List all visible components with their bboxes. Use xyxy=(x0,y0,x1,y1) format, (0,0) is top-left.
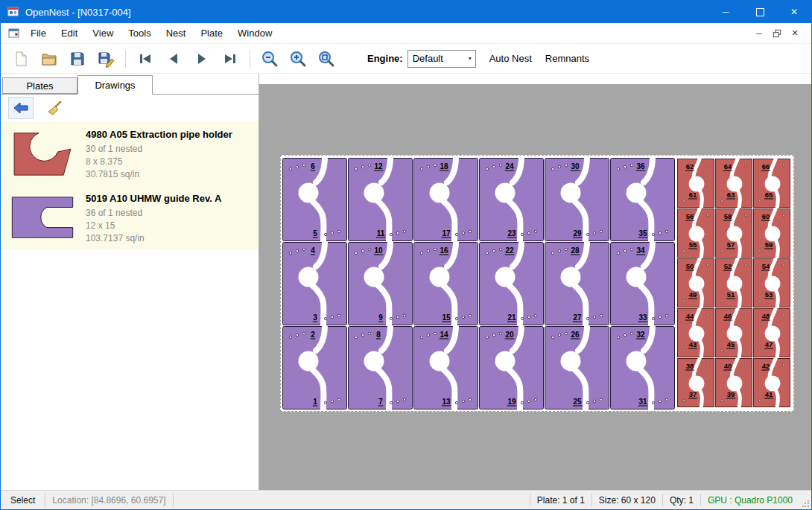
svg-text:15: 15 xyxy=(442,313,451,322)
red-part-pair[interactable]: 5857 xyxy=(715,208,752,258)
purple-part-pair[interactable]: 1817 xyxy=(413,158,478,241)
red-part-pair[interactable]: 6059 xyxy=(753,208,790,258)
purple-part-pair[interactable]: 109 xyxy=(348,242,413,325)
purple-part-pair[interactable]: 2221 xyxy=(479,242,544,325)
mdi-restore-button[interactable] xyxy=(768,26,786,41)
menu-nest[interactable]: Nest xyxy=(159,23,194,43)
new-button[interactable] xyxy=(10,48,32,70)
document-window-icon[interactable] xyxy=(8,28,20,39)
purple-part-thumbnail-icon xyxy=(9,194,76,240)
canvas-top-margin xyxy=(259,74,811,84)
clear-drawings-button[interactable] xyxy=(42,97,68,119)
zoom-fit-button[interactable] xyxy=(315,48,337,70)
purple-part-pair[interactable]: 65 xyxy=(282,158,347,241)
save-button[interactable] xyxy=(66,48,89,70)
purple-part-pair[interactable]: 3231 xyxy=(610,326,675,409)
purple-part-pair[interactable]: 3635 xyxy=(610,158,675,241)
save-as-button[interactable] xyxy=(95,48,117,70)
svg-text:8: 8 xyxy=(376,331,381,339)
mdi-minimize-button[interactable]: ─ xyxy=(750,26,768,41)
purple-part-pair[interactable]: 1413 xyxy=(413,326,478,409)
red-part-pair[interactable]: 4443 xyxy=(677,308,714,357)
drawing-meta: 4980 A05 Extraction pipe holder 30 of 1 … xyxy=(80,124,254,182)
purple-part-pair[interactable]: 1211 xyxy=(348,158,413,241)
window-title: OpenNest - [N0317-004] xyxy=(25,7,131,18)
import-drawing-button[interactable] xyxy=(8,97,34,119)
tab-plates[interactable]: Plates xyxy=(2,77,77,94)
svg-text:16: 16 xyxy=(440,246,448,255)
svg-text:38: 38 xyxy=(686,362,694,370)
purple-part-pair[interactable]: 2019 xyxy=(479,326,544,409)
resize-grip[interactable] xyxy=(799,491,811,509)
menu-window[interactable]: Window xyxy=(230,23,279,43)
svg-text:55: 55 xyxy=(689,240,697,249)
red-part-pair[interactable]: 5655 xyxy=(677,208,714,258)
menu-tools[interactable]: Tools xyxy=(121,23,158,43)
app-window: OpenNest - [N0317-004] ─ ✕ File Edit Vie… xyxy=(0,0,812,510)
purple-part-pair[interactable]: 21 xyxy=(282,326,347,409)
red-part-pair[interactable]: 6261 xyxy=(677,159,714,208)
svg-text:30: 30 xyxy=(571,162,580,170)
mdi-minimize-icon: ─ xyxy=(756,29,762,38)
purple-part-pair[interactable]: 3029 xyxy=(545,158,609,241)
close-button[interactable]: ✕ xyxy=(777,1,811,23)
red-part-pair[interactable]: 5049 xyxy=(677,258,714,307)
svg-text:46: 46 xyxy=(724,312,732,320)
purple-part-pair[interactable]: 3433 xyxy=(610,242,675,325)
red-part-thumbnail-icon xyxy=(10,127,75,179)
first-plate-button[interactable] xyxy=(134,48,156,70)
svg-text:35: 35 xyxy=(638,229,647,238)
menu-edit[interactable]: Edit xyxy=(54,23,85,43)
status-mode: Select xyxy=(1,495,45,506)
resize-grip-icon xyxy=(802,500,810,508)
zoom-in-button[interactable] xyxy=(287,48,309,70)
svg-text:34: 34 xyxy=(636,246,645,255)
drawing-area: 103.7137 sq/in xyxy=(86,232,254,245)
engine-dropdown[interactable]: Default ▾ xyxy=(407,50,476,68)
auto-nest-button[interactable]: Auto Nest xyxy=(489,53,532,64)
menu-view[interactable]: View xyxy=(85,23,121,43)
purple-part-pair[interactable]: 2625 xyxy=(545,326,609,409)
purple-part-pair[interactable]: 2423 xyxy=(479,158,544,241)
purple-part-pair[interactable]: 43 xyxy=(282,242,347,325)
new-file-icon xyxy=(12,50,30,68)
svg-text:11: 11 xyxy=(377,229,385,238)
red-part-pair[interactable]: 5453 xyxy=(753,258,790,307)
drawing-item-uhmw-guide[interactable]: 5019 A10 UHMW guide Rev. A 36 of 1 neste… xyxy=(1,185,258,249)
drawing-thumbnail xyxy=(5,124,80,182)
menu-file[interactable]: File xyxy=(23,23,54,43)
drawing-item-extraction-pipe-holder[interactable]: 4980 A05 Extraction pipe holder 30 of 1 … xyxy=(1,121,258,185)
next-plate-button[interactable] xyxy=(191,48,213,70)
red-part-pair[interactable]: 4241 xyxy=(753,358,790,407)
purple-part-pair[interactable]: 2827 xyxy=(545,242,609,325)
tab-drawings[interactable]: Drawings xyxy=(77,75,153,95)
red-part-pair[interactable]: 3837 xyxy=(677,358,714,407)
red-part-pair[interactable]: 5251 xyxy=(715,258,752,307)
plate[interactable]: 6512111817242330293635431091615222128273… xyxy=(280,155,794,412)
svg-text:49: 49 xyxy=(689,290,697,299)
menu-plate[interactable]: Plate xyxy=(193,23,230,43)
previous-plate-button[interactable] xyxy=(162,48,185,70)
menubar: File Edit View Tools Nest Plate Window ─… xyxy=(1,23,811,44)
red-part-pair[interactable]: 4645 xyxy=(715,308,752,357)
maximize-button[interactable] xyxy=(743,1,777,23)
red-part-pair[interactable]: 4847 xyxy=(753,308,790,357)
open-button[interactable] xyxy=(38,48,60,70)
drawing-list: 4980 A05 Extraction pipe holder 30 of 1 … xyxy=(1,121,258,249)
red-part-pair[interactable]: 4039 xyxy=(715,358,752,407)
left-panel: Plates Drawings 4980 A05 Extraction pip xyxy=(1,74,259,490)
last-plate-button[interactable] xyxy=(219,48,241,70)
remnants-button[interactable]: Remnants xyxy=(545,53,589,64)
svg-text:43: 43 xyxy=(689,340,697,348)
purple-part-pair[interactable]: 87 xyxy=(348,326,413,409)
mdi-close-button[interactable]: ✕ xyxy=(786,26,804,41)
red-part-pair[interactable]: 6463 xyxy=(715,159,752,208)
zoom-out-button[interactable] xyxy=(258,48,281,70)
svg-text:39: 39 xyxy=(727,390,735,398)
nest-canvas[interactable]: 6512111817242330293635431091615222128273… xyxy=(259,74,811,490)
status-plate: Plate: 1 of 1 xyxy=(530,495,591,506)
purple-part-pair[interactable]: 1615 xyxy=(413,242,478,325)
minimize-button[interactable]: ─ xyxy=(708,1,743,23)
svg-text:20: 20 xyxy=(505,331,514,339)
red-part-pair[interactable]: 6665 xyxy=(753,159,790,208)
